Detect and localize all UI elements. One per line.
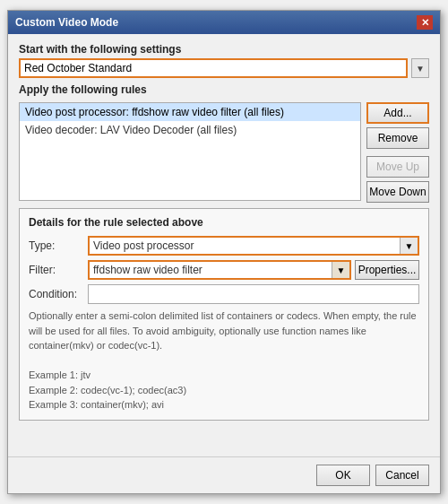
type-row: Type: Video post processor ▼ — [29, 236, 419, 256]
properties-button[interactable]: Properties... — [355, 260, 419, 280]
settings-dropdown[interactable]: Red October StandardDefault — [19, 58, 408, 78]
dialog-body: Start with the following settings Red Oc… — [8, 34, 440, 456]
help-text: Optionally enter a semi-colon delimited … — [29, 308, 419, 413]
remove-button[interactable]: Remove — [366, 127, 429, 149]
settings-section: Start with the following settings Red Oc… — [19, 43, 429, 78]
list-item[interactable]: Video decoder: LAV Video Decoder (all fi… — [20, 121, 360, 139]
settings-section-label: Start with the following settings — [19, 43, 429, 56]
close-icon: ✕ — [421, 17, 429, 29]
rules-buttons: Add... Remove Move Up Move Down — [366, 102, 429, 203]
type-input-wrap: Video post processor ▼ — [88, 236, 419, 256]
rules-list[interactable]: Video post processor: ffdshow raw video … — [19, 102, 361, 201]
rules-section: Apply the following rules Video post pro… — [19, 83, 429, 203]
details-section-label: Details for the rule selected above — [29, 216, 419, 229]
title-bar: Custom Video Mode ✕ — [8, 11, 440, 34]
type-label: Type: — [29, 239, 82, 252]
condition-row: Condition: — [29, 284, 419, 304]
dialog-title: Custom Video Mode — [15, 16, 118, 29]
filter-dropdown-arrow-icon[interactable]: ▼ — [332, 260, 349, 280]
move-up-button[interactable]: Move Up — [366, 156, 429, 178]
condition-label: Condition: — [29, 288, 82, 300]
filter-label: Filter: — [29, 264, 82, 276]
filter-value: ffdshow raw video filter — [90, 262, 332, 278]
cancel-button[interactable]: Cancel — [375, 465, 429, 486]
move-down-button[interactable]: Move Down — [366, 181, 429, 203]
details-section: Details for the rule selected above Type… — [19, 208, 429, 421]
condition-input[interactable] — [88, 284, 419, 304]
custom-video-mode-dialog: Custom Video Mode ✕ Start with the follo… — [7, 10, 441, 494]
close-button[interactable]: ✕ — [417, 15, 433, 30]
rules-content: Video post processor: ffdshow raw video … — [19, 102, 429, 203]
type-value: Video post processor — [90, 238, 400, 254]
add-button[interactable]: Add... — [366, 102, 429, 124]
list-item[interactable]: Video post processor: ffdshow raw video … — [20, 103, 360, 121]
rules-section-label: Apply the following rules — [19, 83, 429, 96]
type-dropdown-arrow-icon[interactable]: ▼ — [400, 238, 418, 254]
settings-dropdown-row: Red October StandardDefault ▼ — [19, 58, 429, 78]
settings-dropdown-arrow-icon[interactable]: ▼ — [411, 58, 429, 78]
filter-row: Filter: ffdshow raw video filter ▼ Prope… — [29, 260, 419, 280]
filter-select-wrap[interactable]: ffdshow raw video filter ▼ — [88, 260, 351, 280]
dialog-footer: OK Cancel — [8, 456, 440, 493]
ok-button[interactable]: OK — [316, 465, 370, 486]
